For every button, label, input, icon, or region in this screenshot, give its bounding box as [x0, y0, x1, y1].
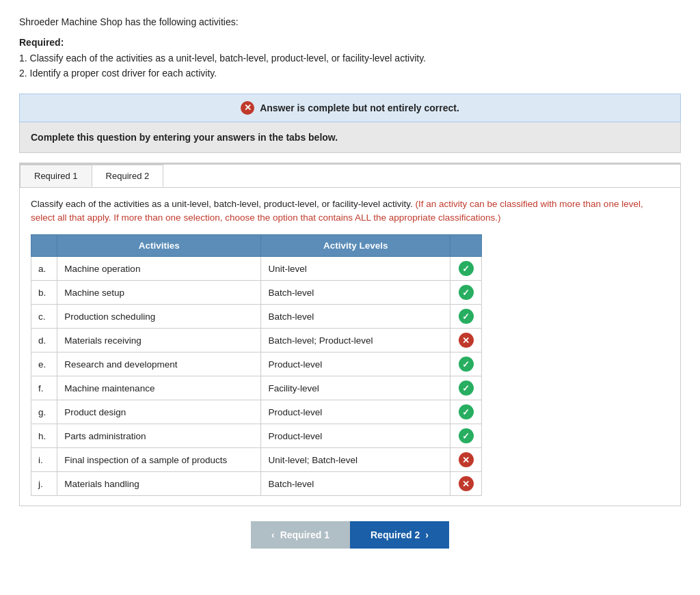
row-status-icon: ✕ — [450, 472, 482, 496]
row-level: Product-level — [261, 400, 450, 424]
correct-icon: ✓ — [459, 309, 474, 324]
table-row: h.Parts administrationProduct-level✓ — [31, 424, 482, 448]
required-heading: Required: — [19, 37, 681, 48]
correct-icon: ✓ — [459, 285, 474, 300]
correct-icon: ✓ — [459, 380, 474, 396]
table-row: g.Product designProduct-level✓ — [31, 400, 482, 424]
row-level: Facility-level — [261, 376, 450, 400]
incorrect-icon: ✕ — [459, 452, 474, 467]
row-letter: j. — [31, 472, 57, 496]
table-row: d.Materials receivingBatch-level; Produc… — [31, 329, 482, 352]
row-level: Product-level — [261, 424, 450, 448]
row-activity: Research and development — [57, 352, 261, 376]
table-row: j.Materials handlingBatch-level✕ — [31, 472, 482, 496]
tab-content: Classify each of the activities as a uni… — [20, 188, 680, 506]
row-letter: a. — [31, 257, 57, 281]
table-row: e.Research and developmentProduct-level✓ — [31, 352, 482, 376]
row-activity: Production scheduling — [57, 305, 261, 329]
tabs-container: Required 1 Required 2 Classify each of t… — [19, 163, 681, 507]
table-row: i.Final inspection of a sample of produc… — [31, 448, 482, 472]
tab-required-1[interactable]: Required 1 — [20, 165, 92, 187]
row-status-icon: ✕ — [450, 329, 482, 352]
col-levels: Activity Levels — [261, 235, 450, 257]
row-letter: g. — [31, 400, 57, 424]
row-status-icon: ✕ — [450, 448, 482, 472]
row-status-icon: ✓ — [450, 352, 482, 376]
required-item-2: 2. Identify a proper cost driver for eac… — [19, 66, 681, 81]
row-activity: Product design — [57, 400, 261, 424]
instruction-box: Complete this question by entering your … — [19, 122, 681, 153]
table-row: c.Production schedulingBatch-level✓ — [31, 305, 482, 329]
row-level: Unit-level — [261, 257, 450, 281]
col-status — [450, 235, 482, 257]
correct-icon: ✓ — [459, 261, 474, 276]
next-label: Required 2 — [371, 529, 420, 540]
row-level: Batch-level; Product-level — [261, 329, 450, 352]
nav-buttons: ‹ Required 1 Required 2 › — [19, 521, 681, 549]
correct-icon: ✓ — [459, 357, 474, 372]
incorrect-icon: ✕ — [459, 476, 474, 491]
table-row: b.Machine setupBatch-level✓ — [31, 281, 482, 305]
row-activity: Machine operation — [57, 257, 261, 281]
row-status-icon: ✓ — [450, 281, 482, 305]
row-activity: Final inspection of a sample of products — [57, 448, 261, 472]
correct-icon: ✓ — [459, 404, 474, 419]
row-letter: d. — [31, 329, 57, 352]
row-activity: Materials receiving — [57, 329, 261, 352]
row-level: Unit-level; Batch-level — [261, 448, 450, 472]
row-activity: Machine setup — [57, 281, 261, 305]
tab-required-2[interactable]: Required 2 — [92, 165, 164, 187]
row-status-icon: ✓ — [450, 305, 482, 329]
row-status-icon: ✓ — [450, 376, 482, 400]
row-letter: b. — [31, 281, 57, 305]
row-status-icon: ✓ — [450, 400, 482, 424]
incorrect-icon: ✕ — [459, 333, 474, 348]
row-level: Batch-level — [261, 281, 450, 305]
row-activity: Materials handling — [57, 472, 261, 496]
next-button[interactable]: Required 2 › — [350, 521, 449, 549]
row-letter: c. — [31, 305, 57, 329]
row-letter: f. — [31, 376, 57, 400]
row-status-icon: ✓ — [450, 257, 482, 281]
classify-instruction-main: Classify each of the activities as a uni… — [31, 199, 413, 209]
required-list: 1. Classify each of the activities as a … — [19, 51, 681, 81]
row-status-icon: ✓ — [450, 424, 482, 448]
col-letter — [31, 235, 57, 257]
row-letter: e. — [31, 352, 57, 376]
alert-icon: ✕ — [241, 101, 254, 115]
row-level: Product-level — [261, 352, 450, 376]
table-row: a.Machine operationUnit-level✓ — [31, 257, 482, 281]
prev-label: Required 1 — [280, 529, 329, 540]
row-level: Batch-level — [261, 305, 450, 329]
col-activities: Activities — [57, 235, 261, 257]
row-activity: Parts administration — [57, 424, 261, 448]
tabs-header: Required 1 Required 2 — [20, 165, 680, 188]
row-letter: h. — [31, 424, 57, 448]
prev-button[interactable]: ‹ Required 1 — [251, 521, 350, 549]
row-level: Batch-level — [261, 472, 450, 496]
correct-icon: ✓ — [459, 428, 474, 443]
alert-text: Answer is complete but not entirely corr… — [260, 102, 459, 113]
table-row: f.Machine maintenanceFacility-level✓ — [31, 376, 482, 400]
intro-text: Shroeder Machine Shop has the following … — [19, 16, 681, 27]
prev-chevron: ‹ — [271, 529, 275, 540]
next-chevron: › — [425, 529, 429, 540]
activity-table: Activities Activity Levels a.Machine ope… — [31, 234, 482, 496]
classify-instruction: Classify each of the activities as a uni… — [31, 197, 669, 225]
alert-box: ✕ Answer is complete but not entirely co… — [19, 94, 681, 122]
row-activity: Machine maintenance — [57, 376, 261, 400]
instruction-text: Complete this question by entering your … — [31, 132, 669, 143]
required-item-1: 1. Classify each of the activities as a … — [19, 51, 681, 66]
row-letter: i. — [31, 448, 57, 472]
